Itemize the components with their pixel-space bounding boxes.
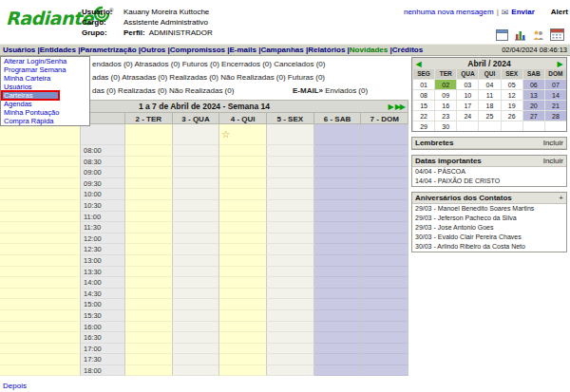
- time-slot[interactable]: [361, 277, 408, 289]
- time-slot[interactable]: [314, 267, 362, 278]
- time-slot[interactable]: [173, 157, 220, 168]
- time-slot[interactable]: [361, 365, 408, 377]
- time-slot[interactable]: [219, 255, 267, 267]
- time-slot[interactable]: [219, 322, 267, 333]
- time-slot[interactable]: [125, 178, 173, 190]
- time-slot[interactable]: [314, 365, 362, 377]
- time-slot[interactable]: [219, 167, 267, 178]
- time-slot[interactable]: [267, 212, 314, 223]
- time-slot[interactable]: [219, 310, 267, 322]
- time-slot[interactable]: [314, 200, 362, 212]
- time-slot[interactable]: [125, 354, 173, 365]
- time-slot[interactable]: [267, 354, 314, 365]
- time-slot[interactable]: [125, 322, 173, 333]
- day-column-7-dom-header[interactable]: 7 - DOM: [361, 112, 408, 124]
- mini-day-30[interactable]: 30: [434, 121, 456, 131]
- time-slot[interactable]: [0, 233, 81, 245]
- time-slot[interactable]: [125, 233, 173, 245]
- time-slot[interactable]: [173, 322, 220, 333]
- time-slot[interactable]: [219, 189, 267, 200]
- mini-day-16[interactable]: 16: [434, 100, 456, 110]
- important-date-item[interactable]: 14/04 - PAIXÃO DE CRISTO: [412, 177, 566, 186]
- time-slot[interactable]: [125, 344, 173, 355]
- time-slot[interactable]: [173, 233, 220, 245]
- time-slot[interactable]: [0, 344, 81, 355]
- mini-day-03[interactable]: 03: [456, 79, 478, 89]
- mini-day-02[interactable]: 02: [434, 79, 456, 89]
- mini-day-05[interactable]: 05: [501, 79, 522, 89]
- time-slot[interactable]: [314, 332, 362, 344]
- window-icon[interactable]: [496, 29, 508, 41]
- time-slot[interactable]: [361, 267, 408, 278]
- time-slot[interactable]: [173, 299, 220, 310]
- time-slot[interactable]: [0, 267, 81, 278]
- important-date-item[interactable]: 04/04 - PÁSCOA: [412, 167, 566, 177]
- birthday-item[interactable]: 29/03 - Jose Antonio Goes: [412, 223, 566, 233]
- time-slot[interactable]: [314, 178, 362, 190]
- time-slot[interactable]: [267, 267, 314, 278]
- bar-chart-icon[interactable]: [514, 29, 526, 41]
- time-slot[interactable]: [267, 332, 314, 344]
- time-slot[interactable]: [314, 299, 362, 310]
- time-slot[interactable]: [125, 145, 173, 157]
- time-slot[interactable]: [314, 354, 362, 365]
- users-icon[interactable]: [532, 29, 544, 41]
- time-slot[interactable]: [173, 289, 220, 300]
- time-slot[interactable]: [267, 299, 314, 310]
- fast-forward-icon[interactable]: ▶▶: [395, 103, 405, 111]
- time-slot[interactable]: [361, 200, 408, 212]
- time-slot[interactable]: [173, 244, 220, 255]
- time-slot[interactable]: [173, 189, 220, 200]
- time-slot[interactable]: [267, 189, 314, 200]
- time-slot[interactable]: [267, 222, 314, 233]
- time-slot[interactable]: [0, 299, 81, 310]
- time-slot[interactable]: [267, 277, 314, 289]
- time-slot[interactable]: [0, 200, 81, 212]
- time-slot[interactable]: [173, 255, 220, 267]
- time-slot[interactable]: [219, 299, 267, 310]
- important-dates-add-link[interactable]: Incluir: [543, 157, 563, 165]
- menu-option-compra-rapida[interactable]: Compra Rápida: [1, 117, 89, 125]
- time-slot[interactable]: [0, 354, 81, 365]
- time-slot[interactable]: [267, 344, 314, 355]
- mini-day-15[interactable]: 15: [412, 100, 434, 110]
- time-slot[interactable]: [125, 212, 173, 223]
- allday-cell[interactable]: [314, 124, 362, 145]
- mini-day-21[interactable]: 21: [544, 100, 566, 110]
- menu-option-alterar-login-senha[interactable]: Alterar Login/Senha: [1, 57, 89, 65]
- time-slot[interactable]: [314, 167, 362, 178]
- time-slot[interactable]: [0, 178, 81, 190]
- time-slot[interactable]: [314, 289, 362, 300]
- menu-option-carteiras[interactable]: Carteiras: [1, 91, 89, 100]
- time-slot[interactable]: [314, 310, 362, 322]
- mini-day-14[interactable]: 14: [544, 89, 566, 100]
- time-slot[interactable]: [314, 233, 362, 245]
- time-slot[interactable]: [361, 145, 408, 157]
- time-slot[interactable]: [361, 332, 408, 344]
- time-slot[interactable]: [267, 289, 314, 300]
- time-slot[interactable]: [361, 344, 408, 355]
- time-slot[interactable]: [173, 310, 220, 322]
- next-month-icon[interactable]: ▶: [554, 60, 566, 68]
- time-slot[interactable]: [361, 255, 408, 267]
- time-slot[interactable]: [314, 157, 362, 168]
- time-slot[interactable]: [361, 289, 408, 300]
- time-slot[interactable]: [173, 167, 220, 178]
- time-slot[interactable]: [0, 145, 81, 157]
- menu-option-minha-carteira[interactable]: Minha Carteira: [1, 74, 89, 83]
- menu-usuarios[interactable]: Usuários: [3, 46, 35, 54]
- time-slot[interactable]: [0, 322, 81, 333]
- mini-day-20[interactable]: 20: [522, 100, 544, 110]
- reminders-add-link[interactable]: Incluir: [543, 139, 563, 147]
- time-slot[interactable]: [267, 244, 314, 255]
- time-slot[interactable]: [267, 310, 314, 322]
- time-slot[interactable]: [219, 178, 267, 190]
- time-slot[interactable]: [219, 354, 267, 365]
- menu-option-agendas[interactable]: Agendas: [1, 100, 89, 108]
- messages-link[interactable]: nenhuma nova mensagem: [404, 8, 494, 16]
- time-slot[interactable]: [125, 277, 173, 289]
- time-slot[interactable]: [125, 267, 173, 278]
- day-column-6-sab-header[interactable]: 6 - SAB: [314, 112, 362, 124]
- mini-day-28[interactable]: 28: [544, 110, 566, 121]
- time-slot[interactable]: [173, 200, 220, 212]
